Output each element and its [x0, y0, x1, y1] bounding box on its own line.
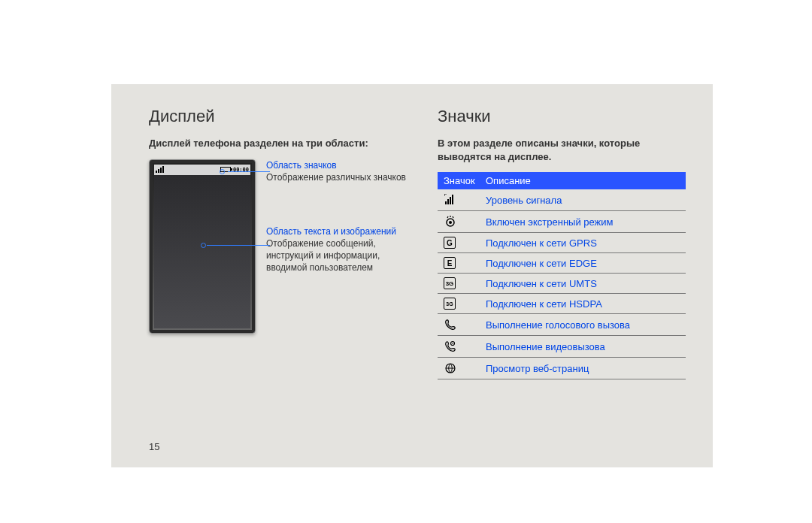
display-intro: Дисплей телефона разделен на три области…	[149, 137, 412, 150]
svg-rect-1	[447, 199, 449, 204]
svg-rect-0	[445, 201, 447, 204]
callout-marker-1	[220, 169, 225, 174]
icon-table-body: Уровень сигналаВключен экстренный режимG…	[438, 189, 686, 379]
header-icon-col: Значок	[444, 175, 486, 186]
header-desc-col: Описание	[486, 175, 680, 186]
icon-row: GПодключен к сети GPRS	[438, 233, 686, 253]
icon-row: Уровень сигнала	[438, 189, 686, 211]
callout1-title: Область значков	[266, 159, 412, 171]
section-title-display: Дисплей	[149, 107, 412, 126]
signal-icon	[444, 193, 486, 207]
svg-point-5	[449, 221, 452, 224]
svg-rect-2	[450, 197, 451, 204]
icon-row: EПодключен к сети EDGE	[438, 253, 686, 274]
gprs-icon: G	[444, 237, 486, 249]
hsdpa-icon: 3G	[444, 298, 486, 310]
icon-desc: Подключен к сети EDGE	[486, 258, 680, 269]
icon-row: Выполнение голосового вызова	[438, 314, 686, 336]
signal-bars-icon	[156, 166, 164, 173]
svg-point-7	[452, 343, 453, 344]
callout-marker-2	[201, 243, 206, 248]
sos-icon	[444, 215, 486, 228]
voice-icon	[444, 318, 486, 331]
callouts: Область значков Отображение различных зн…	[266, 159, 412, 334]
callout1-body: Отображение различных значков	[266, 171, 412, 183]
edge-icon: E	[444, 257, 486, 269]
section-title-icons: Значки	[438, 107, 686, 126]
svg-rect-3	[452, 195, 453, 204]
icons-intro: В этом разделе описаны значки, которые в…	[438, 137, 686, 163]
phone-mockup: 00:00	[149, 159, 256, 334]
section-icons: Значки В этом разделе описаны значки, ко…	[438, 107, 686, 452]
icon-row: Просмотр веб-страниц	[438, 358, 686, 379]
web-icon	[444, 361, 486, 375]
page-number: 15	[149, 441, 159, 452]
callout2-body: Отображение сообщений, инструкций и инфо…	[266, 237, 412, 274]
manual-page: Дисплей Дисплей телефона разделен на три…	[111, 84, 713, 467]
section-display: Дисплей Дисплей телефона разделен на три…	[149, 107, 412, 452]
video-icon	[444, 340, 486, 353]
icon-row: 3GПодключен к сети HSDPA	[438, 294, 686, 314]
umts-icon: 3G	[444, 277, 486, 289]
icon-desc: Подключен к сети HSDPA	[486, 298, 680, 310]
icon-desc: Включен экстренный режим	[486, 216, 680, 228]
icon-table-header: Значок Описание	[438, 172, 686, 189]
icon-desc: Подключен к сети GPRS	[486, 237, 680, 249]
icon-desc: Подключен к сети UMTS	[486, 278, 680, 289]
icon-row: Включен экстренный режим	[438, 211, 686, 233]
phone-mainarea	[154, 175, 250, 328]
phone-statusbar: 00:00	[154, 165, 250, 175]
icon-desc: Просмотр веб-страниц	[486, 363, 680, 374]
icon-row: Выполнение видеовызова	[438, 336, 686, 358]
callout2-title: Область текста и изображений	[266, 225, 412, 237]
icon-desc: Выполнение видеовызова	[486, 341, 680, 352]
callout-leader-1	[228, 171, 270, 172]
icon-row: 3GПодключен к сети UMTS	[438, 274, 686, 294]
icon-desc: Выполнение голосового вызова	[486, 319, 680, 331]
callout-leader-2	[207, 245, 270, 246]
icon-desc: Уровень сигнала	[486, 195, 680, 206]
